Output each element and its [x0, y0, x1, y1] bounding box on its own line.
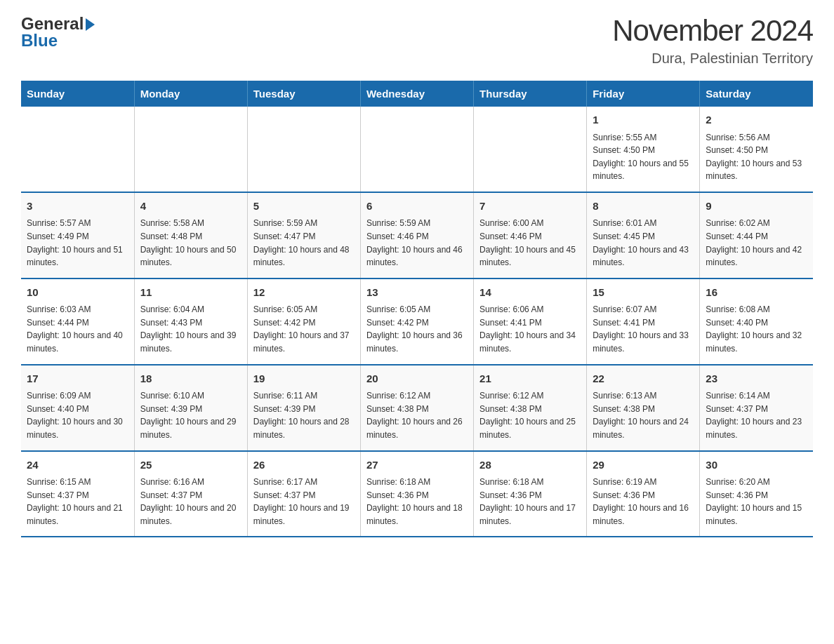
day-number: 9	[706, 199, 807, 215]
day-info: Sunrise: 6:03 AM Sunset: 4:44 PM Dayligh…	[27, 303, 128, 355]
day-info: Sunrise: 6:17 AM Sunset: 4:37 PM Dayligh…	[253, 476, 355, 528]
title-block: November 2024 Dura, Palestinian Territor…	[612, 14, 813, 67]
calendar-day-cell: 8Sunrise: 6:01 AM Sunset: 4:45 PM Daylig…	[587, 192, 700, 279]
calendar-day-cell: 16Sunrise: 6:08 AM Sunset: 4:40 PM Dayli…	[700, 279, 813, 365]
calendar-day-cell: 10Sunrise: 6:03 AM Sunset: 4:44 PM Dayli…	[21, 279, 134, 365]
day-number: 26	[253, 457, 355, 474]
calendar-day-cell	[360, 107, 473, 192]
calendar-day-cell	[474, 107, 587, 192]
day-number: 15	[593, 285, 694, 301]
day-info: Sunrise: 6:02 AM Sunset: 4:44 PM Dayligh…	[706, 217, 807, 269]
day-info: Sunrise: 6:18 AM Sunset: 4:36 PM Dayligh…	[479, 476, 581, 528]
calendar-day-cell	[21, 107, 134, 192]
calendar-day-cell: 2Sunrise: 5:56 AM Sunset: 4:50 PM Daylig…	[700, 107, 813, 192]
day-number: 20	[366, 371, 468, 387]
day-number: 28	[479, 457, 581, 474]
logo-arrow-icon	[86, 18, 95, 31]
calendar-day-cell: 23Sunrise: 6:14 AM Sunset: 4:37 PM Dayli…	[700, 365, 813, 451]
day-number: 27	[366, 457, 468, 474]
day-number: 17	[27, 371, 128, 387]
calendar-day-cell: 4Sunrise: 5:58 AM Sunset: 4:48 PM Daylig…	[134, 192, 247, 279]
calendar-day-cell: 13Sunrise: 6:05 AM Sunset: 4:42 PM Dayli…	[360, 279, 473, 365]
day-number: 6	[366, 199, 468, 215]
day-of-week-header: Saturday	[700, 81, 813, 107]
day-number: 8	[593, 199, 694, 215]
calendar-day-cell: 25Sunrise: 6:16 AM Sunset: 4:37 PM Dayli…	[134, 451, 247, 537]
day-info: Sunrise: 6:07 AM Sunset: 4:41 PM Dayligh…	[593, 303, 694, 355]
day-info: Sunrise: 6:16 AM Sunset: 4:37 PM Dayligh…	[140, 476, 241, 528]
day-info: Sunrise: 5:57 AM Sunset: 4:49 PM Dayligh…	[27, 217, 128, 269]
day-info: Sunrise: 5:55 AM Sunset: 4:50 PM Dayligh…	[593, 131, 694, 183]
calendar-day-cell: 20Sunrise: 6:12 AM Sunset: 4:38 PM Dayli…	[360, 365, 473, 451]
day-info: Sunrise: 6:00 AM Sunset: 4:46 PM Dayligh…	[479, 217, 581, 269]
day-number: 30	[706, 457, 807, 474]
day-number: 13	[366, 285, 468, 301]
logo-blue: Blue	[21, 31, 58, 51]
day-number: 21	[479, 371, 581, 387]
day-number: 19	[253, 371, 355, 387]
page-subtitle: Dura, Palestinian Territory	[612, 51, 813, 67]
calendar-day-cell: 29Sunrise: 6:19 AM Sunset: 4:36 PM Dayli…	[587, 451, 700, 537]
day-info: Sunrise: 6:01 AM Sunset: 4:45 PM Dayligh…	[593, 217, 694, 269]
calendar-week-row: 24Sunrise: 6:15 AM Sunset: 4:37 PM Dayli…	[21, 451, 813, 537]
day-number: 29	[593, 457, 694, 474]
day-number: 3	[27, 199, 128, 215]
calendar-week-row: 10Sunrise: 6:03 AM Sunset: 4:44 PM Dayli…	[21, 279, 813, 365]
calendar-day-cell: 14Sunrise: 6:06 AM Sunset: 4:41 PM Dayli…	[474, 279, 587, 365]
calendar-day-cell: 1Sunrise: 5:55 AM Sunset: 4:50 PM Daylig…	[587, 107, 700, 192]
day-info: Sunrise: 6:20 AM Sunset: 4:36 PM Dayligh…	[706, 476, 807, 528]
calendar-table: SundayMondayTuesdayWednesdayThursdayFrid…	[21, 81, 813, 537]
day-number: 22	[593, 371, 694, 387]
day-of-week-header: Thursday	[474, 81, 587, 107]
day-of-week-header: Monday	[134, 81, 247, 107]
day-info: Sunrise: 6:12 AM Sunset: 4:38 PM Dayligh…	[479, 389, 581, 441]
calendar-day-cell: 19Sunrise: 6:11 AM Sunset: 4:39 PM Dayli…	[247, 365, 360, 451]
day-number: 16	[706, 285, 807, 301]
day-info: Sunrise: 6:11 AM Sunset: 4:39 PM Dayligh…	[253, 389, 355, 441]
day-info: Sunrise: 6:13 AM Sunset: 4:38 PM Dayligh…	[593, 389, 694, 441]
day-number: 11	[140, 285, 241, 301]
day-number: 5	[253, 199, 355, 215]
day-number: 14	[479, 285, 581, 301]
calendar-day-cell: 27Sunrise: 6:18 AM Sunset: 4:36 PM Dayli…	[360, 451, 473, 537]
day-info: Sunrise: 6:06 AM Sunset: 4:41 PM Dayligh…	[479, 303, 581, 355]
day-number: 18	[140, 371, 241, 387]
page-title: November 2024	[612, 14, 813, 48]
day-of-week-header: Tuesday	[247, 81, 360, 107]
day-of-week-header: Wednesday	[360, 81, 473, 107]
logo: General Blue	[21, 14, 95, 51]
day-info: Sunrise: 5:58 AM Sunset: 4:48 PM Dayligh…	[140, 217, 241, 269]
day-info: Sunrise: 6:05 AM Sunset: 4:42 PM Dayligh…	[253, 303, 355, 355]
day-number: 4	[140, 199, 241, 215]
day-number: 25	[140, 457, 241, 474]
day-info: Sunrise: 6:09 AM Sunset: 4:40 PM Dayligh…	[27, 389, 128, 441]
calendar-day-cell: 12Sunrise: 6:05 AM Sunset: 4:42 PM Dayli…	[247, 279, 360, 365]
calendar-day-cell	[134, 107, 247, 192]
page-header: General Blue November 2024 Dura, Palesti…	[21, 14, 813, 67]
day-info: Sunrise: 5:59 AM Sunset: 4:47 PM Dayligh…	[253, 217, 355, 269]
day-number: 23	[706, 371, 807, 387]
day-info: Sunrise: 6:04 AM Sunset: 4:43 PM Dayligh…	[140, 303, 241, 355]
calendar-day-cell: 7Sunrise: 6:00 AM Sunset: 4:46 PM Daylig…	[474, 192, 587, 279]
day-number: 1	[593, 112, 694, 128]
calendar-day-cell: 30Sunrise: 6:20 AM Sunset: 4:36 PM Dayli…	[700, 451, 813, 537]
calendar-day-cell: 6Sunrise: 5:59 AM Sunset: 4:46 PM Daylig…	[360, 192, 473, 279]
day-of-week-header: Friday	[587, 81, 700, 107]
calendar-week-row: 17Sunrise: 6:09 AM Sunset: 4:40 PM Dayli…	[21, 365, 813, 451]
day-number: 7	[479, 199, 581, 215]
day-info: Sunrise: 6:15 AM Sunset: 4:37 PM Dayligh…	[27, 476, 128, 528]
day-info: Sunrise: 6:05 AM Sunset: 4:42 PM Dayligh…	[366, 303, 468, 355]
calendar-day-cell: 28Sunrise: 6:18 AM Sunset: 4:36 PM Dayli…	[474, 451, 587, 537]
calendar-day-cell: 18Sunrise: 6:10 AM Sunset: 4:39 PM Dayli…	[134, 365, 247, 451]
day-info: Sunrise: 6:08 AM Sunset: 4:40 PM Dayligh…	[706, 303, 807, 355]
calendar-day-cell	[247, 107, 360, 192]
day-info: Sunrise: 6:18 AM Sunset: 4:36 PM Dayligh…	[366, 476, 468, 528]
calendar-day-cell: 3Sunrise: 5:57 AM Sunset: 4:49 PM Daylig…	[21, 192, 134, 279]
day-info: Sunrise: 5:56 AM Sunset: 4:50 PM Dayligh…	[706, 131, 807, 183]
calendar-week-row: 1Sunrise: 5:55 AM Sunset: 4:50 PM Daylig…	[21, 107, 813, 192]
calendar-day-cell: 26Sunrise: 6:17 AM Sunset: 4:37 PM Dayli…	[247, 451, 360, 537]
calendar-day-cell: 17Sunrise: 6:09 AM Sunset: 4:40 PM Dayli…	[21, 365, 134, 451]
day-number: 2	[706, 112, 807, 128]
calendar-day-cell: 5Sunrise: 5:59 AM Sunset: 4:47 PM Daylig…	[247, 192, 360, 279]
day-info: Sunrise: 6:19 AM Sunset: 4:36 PM Dayligh…	[593, 476, 694, 528]
